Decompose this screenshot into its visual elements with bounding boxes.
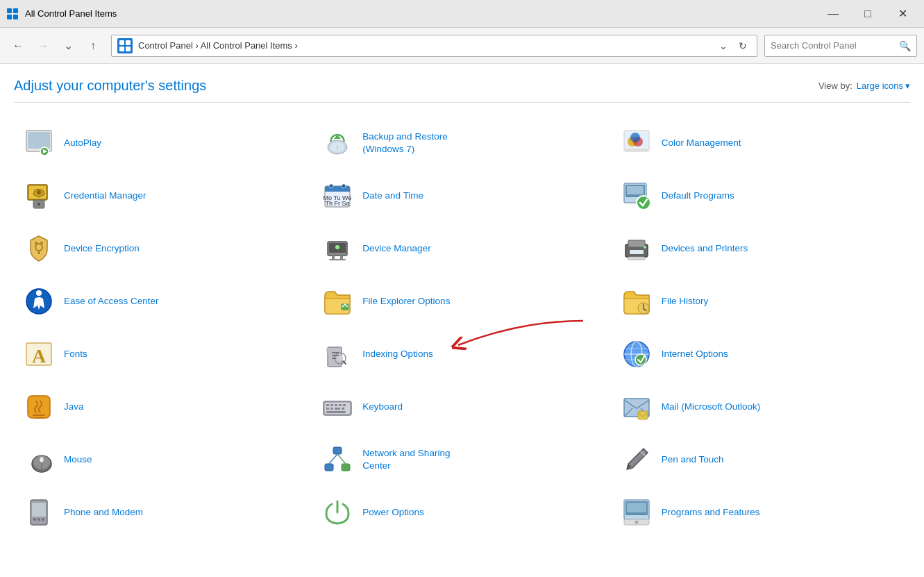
item-devmgr[interactable]: Device Manager (312, 222, 611, 275)
item-encrypt[interactable]: Device Encryption (14, 222, 312, 275)
item-backup[interactable]: ↑ Backup and Restore(Windows 7) (312, 117, 611, 169)
svg-rect-0 (7, 8, 12, 13)
item-network[interactable]: Network and SharingCenter (312, 433, 611, 486)
indexing-icon (321, 337, 354, 371)
svg-line-94 (329, 454, 337, 464)
svg-rect-4 (119, 40, 124, 45)
svg-point-54 (36, 290, 42, 296)
item-credential[interactable]: Credential Manager (14, 169, 312, 222)
recent-button[interactable]: ⌄ (57, 35, 79, 56)
svg-rect-92 (325, 464, 333, 471)
item-java[interactable]: Java (14, 381, 312, 433)
svg-point-100 (42, 518, 44, 521)
search-input[interactable] (771, 40, 899, 51)
svg-rect-76 (339, 404, 342, 406)
title-bar: All Control Panel Items — □ ✕ (0, 0, 924, 28)
search-box[interactable]: 🔍 (764, 35, 917, 57)
item-pen[interactable]: Pen and Touch (612, 433, 910, 486)
svg-rect-49 (628, 240, 645, 247)
svg-text:A: A (32, 345, 47, 367)
item-mail[interactable]: Mail (Microsoft Outlook) (612, 381, 910, 433)
svg-text:Th Fr Sa: Th Fr Sa (326, 200, 350, 207)
svg-rect-81 (342, 408, 344, 410)
breadcrumb-all-items[interactable]: All Control Panel Items (201, 40, 292, 51)
item-programs[interactable]: Programs and Features (612, 486, 910, 539)
indexing-label: Indexing Options (362, 348, 432, 360)
java-icon (22, 390, 56, 424)
power-icon (321, 496, 354, 529)
svg-rect-79 (330, 408, 333, 410)
svg-rect-82 (326, 411, 346, 413)
item-filehist[interactable]: File History (612, 275, 910, 328)
devprint-label: Devices and Printers (662, 242, 748, 255)
svg-rect-75 (335, 404, 337, 406)
title-bar-controls: — □ ✕ (817, 3, 918, 24)
item-autoplay[interactable]: AutoPlay (14, 117, 312, 169)
content-area: Adjust your computer's settings View by:… (0, 64, 924, 577)
view-by-arrow-icon: ▾ (905, 81, 910, 91)
filehist-icon (620, 285, 653, 318)
refresh-button[interactable]: ↻ (734, 39, 751, 53)
svg-rect-44 (332, 256, 335, 259)
item-indexing[interactable]: Indexing Options (312, 328, 611, 381)
svg-point-41 (40, 242, 43, 244)
credential-label: Credential Manager (64, 190, 146, 202)
window: All Control Panel Items — □ ✕ ← → ⌄ ↑ Co… (0, 0, 924, 577)
svg-rect-78 (326, 408, 329, 410)
devmgr-icon (321, 232, 354, 265)
ease-icon (22, 285, 56, 318)
breadcrumb-path: Control Panel › All Control Panel Items … (138, 40, 715, 51)
svg-rect-45 (340, 256, 343, 259)
item-internet[interactable]: Internet Options (612, 328, 910, 381)
mouse-icon (22, 443, 56, 476)
color-label: Color Management (662, 137, 741, 149)
view-by-control: View by: Large icons ▾ (818, 81, 910, 91)
fileexp-label: File Explorer Options (362, 295, 450, 308)
item-mouse[interactable]: Mouse (14, 433, 312, 486)
mail-label: Mail (Microsoft Outlook) (662, 401, 761, 413)
view-by-label: View by: (818, 81, 852, 91)
forward-button[interactable]: → (32, 35, 54, 56)
minimize-button[interactable]: — (817, 3, 849, 24)
breadcrumb-control-panel[interactable]: Control Panel (138, 40, 193, 51)
internet-icon (620, 337, 653, 371)
item-keyboard[interactable]: Keyboard (312, 381, 611, 433)
view-by-dropdown[interactable]: Large icons ▾ (857, 81, 910, 91)
power-label: Power Options (362, 506, 424, 519)
item-fonts[interactable]: A Fonts (14, 328, 312, 381)
java-label: Java (64, 401, 84, 413)
item-power[interactable]: Power Options (312, 486, 611, 539)
credential-icon (22, 179, 56, 212)
svg-rect-20 (625, 149, 648, 151)
svg-rect-3 (13, 15, 18, 19)
item-phone[interactable]: Phone and Modem (14, 486, 312, 539)
item-color[interactable]: Color Management (612, 117, 910, 169)
color-icon (620, 126, 653, 160)
address-bar[interactable]: Control Panel › All Control Panel Items … (111, 35, 757, 57)
item-default[interactable]: Default Programs (612, 169, 910, 222)
ease-label: Ease of Access Center (64, 295, 159, 308)
maximize-button[interactable]: □ (852, 3, 884, 24)
backup-label: Backup and Restore(Windows 7) (362, 131, 447, 155)
close-button[interactable]: ✕ (887, 3, 918, 24)
fonts-label: Fonts (64, 348, 87, 360)
item-datetime[interactable]: Mo Tu We Th Fr Sa Date and Time (312, 169, 611, 222)
back-button[interactable]: ← (7, 35, 29, 56)
svg-rect-6 (119, 47, 124, 51)
title-bar-text: All Control Panel Items (25, 8, 817, 19)
svg-rect-104 (627, 503, 646, 512)
item-fileexp[interactable]: File Explorer Options (312, 275, 611, 328)
mouse-label: Mouse (64, 453, 92, 466)
page-title: Adjust your computer's settings (14, 78, 206, 94)
network-icon (321, 443, 354, 476)
up-button[interactable]: ↑ (82, 35, 104, 56)
fonts-icon: A (22, 337, 56, 371)
item-devprint[interactable]: Devices and Printers (612, 222, 910, 275)
keyboard-icon (321, 390, 354, 424)
item-ease[interactable]: Ease of Access Center (14, 275, 312, 328)
default-label: Default Programs (662, 190, 734, 202)
svg-point-90 (40, 457, 44, 462)
address-icon (117, 38, 133, 53)
svg-point-47 (335, 245, 339, 249)
address-dropdown-button[interactable]: ⌄ (715, 39, 732, 53)
